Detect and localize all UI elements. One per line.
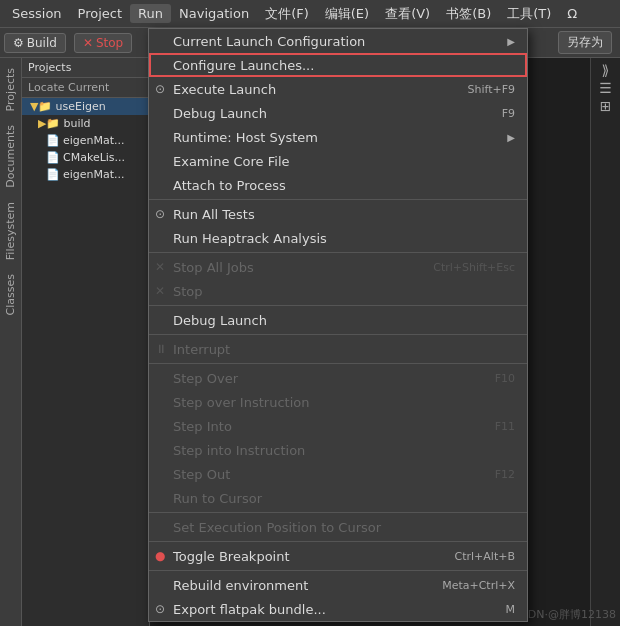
stop-all-icon: ✕ [155, 260, 165, 274]
menubar-view[interactable]: 查看(V) [377, 3, 438, 25]
build-button[interactable]: ⚙ Build [4, 33, 66, 53]
save-as-label: 另存为 [567, 34, 603, 51]
menubar-tools[interactable]: 工具(T) [499, 3, 559, 25]
step-into-shortcut: F11 [495, 420, 515, 433]
sidebar-tab-filesystem[interactable]: Filesystem [2, 196, 19, 266]
tree-item-label: eigenMat... [63, 168, 125, 181]
menu-item-label: Debug Launch [173, 313, 267, 328]
menu-item-label: Stop [173, 284, 203, 299]
file-icon: 📄 [46, 151, 60, 164]
menu-item-label: Attach to Process [173, 178, 286, 193]
menu-item-label: Step into Instruction [173, 443, 305, 458]
separator-3 [149, 305, 527, 306]
sidebar-left: Projects Documents Filesystem Classes [0, 58, 22, 626]
sidebar-tab-classes[interactable]: Classes [2, 268, 19, 321]
menu-item-step-into: Step Into F11 [149, 414, 527, 438]
tree-item-cmakelists[interactable]: 📄 CMakeLis... [22, 149, 149, 166]
step-over-shortcut: F10 [495, 372, 515, 385]
tree-item-label: useEigen [55, 100, 105, 113]
menu-item-label: Step Over [173, 371, 238, 386]
menu-item-stop: ✕ Stop [149, 279, 527, 303]
menu-item-label: Export flatpak bundle... [173, 602, 326, 617]
menu-item-examine-core[interactable]: Examine Core File [149, 149, 527, 173]
menu-item-step-out: Step Out F12 [149, 462, 527, 486]
tree-item-useeigen[interactable]: ▼📁 useEigen [22, 98, 149, 115]
stop-button[interactable]: ✕ Stop [74, 33, 132, 53]
menu-item-current-launch[interactable]: Current Launch Configuration [149, 29, 527, 53]
tree-item-build[interactable]: ▶📁 build [22, 115, 149, 132]
menu-item-run-tests[interactable]: ⊙ Run All Tests [149, 202, 527, 226]
menu-item-label: Current Launch Configuration [173, 34, 365, 49]
menubar-edit[interactable]: 编辑(E) [317, 3, 377, 25]
export-icon: ⊙ [155, 602, 165, 616]
menu-item-execute-launch[interactable]: ⊙ Execute Launch Shift+F9 [149, 77, 527, 101]
breakpoint-icon: ● [155, 549, 165, 563]
menubar-session[interactable]: Session [4, 4, 70, 23]
step-out-shortcut: F12 [495, 468, 515, 481]
menu-item-step-over: Step Over F10 [149, 366, 527, 390]
tree-item-eigenmat1[interactable]: 📄 eigenMat... [22, 132, 149, 149]
menubar-navigation[interactable]: Navigation [171, 4, 257, 23]
stop-icon: ✕ [155, 284, 165, 298]
menu-item-label: Step over Instruction [173, 395, 309, 410]
menu-item-label: Execute Launch [173, 82, 276, 97]
menu-item-label: Configure Launches... [173, 58, 314, 73]
file-icon: 📄 [46, 168, 60, 181]
toolbar-section-left: ⚙ Build ✕ Stop [4, 33, 136, 53]
menubar-omega[interactable]: Ω [559, 4, 585, 23]
build-icon: ⚙ [13, 36, 24, 50]
folder-icon: ▶📁 [38, 117, 60, 130]
panel-icon-2[interactable]: ☰ [599, 80, 612, 96]
separator-1 [149, 199, 527, 200]
separator-6 [149, 512, 527, 513]
watermark: CSDN·@胖博12138 [513, 607, 616, 622]
projects-header: Projects [22, 58, 149, 78]
menu-item-step-over-instr: Step over Instruction [149, 390, 527, 414]
menu-item-label: Examine Core File [173, 154, 290, 169]
menu-item-export-flatpak[interactable]: ⊙ Export flatpak bundle... M [149, 597, 527, 621]
menu-item-debug-launch2[interactable]: Debug Launch [149, 308, 527, 332]
panel-icon-1[interactable]: ⟫ [602, 62, 610, 78]
menu-item-rebuild-env[interactable]: Rebuild environment Meta+Ctrl+X [149, 573, 527, 597]
tree-item-eigenmat2[interactable]: 📄 eigenMat... [22, 166, 149, 183]
menu-item-label: Set Execution Position to Cursor [173, 520, 381, 535]
separator-8 [149, 570, 527, 571]
toggle-bp-shortcut: Ctrl+Alt+B [455, 550, 515, 563]
menu-item-debug-launch[interactable]: Debug Launch F9 [149, 101, 527, 125]
menubar-run[interactable]: Run [130, 4, 171, 23]
menu-item-runtime[interactable]: Runtime: Host System [149, 125, 527, 149]
save-as-button[interactable]: 另存为 [558, 31, 612, 54]
menu-item-label: Toggle Breakpoint [173, 549, 290, 564]
menu-item-label: Interrupt [173, 342, 230, 357]
menu-item-label: Step Into [173, 419, 232, 434]
file-icon: 📄 [46, 134, 60, 147]
menubar-file[interactable]: 文件(F) [257, 3, 317, 25]
sidebar-tab-projects[interactable]: Projects [2, 62, 19, 117]
locate-current-button[interactable]: Locate Current [22, 78, 149, 98]
execute-icon: ⊙ [155, 82, 165, 96]
build-label: Build [27, 36, 57, 50]
menu-item-configure-launches[interactable]: Configure Launches... [149, 53, 527, 77]
menu-item-toggle-breakpoint[interactable]: ● Toggle Breakpoint Ctrl+Alt+B [149, 544, 527, 568]
menu-item-attach-process[interactable]: Attach to Process [149, 173, 527, 197]
menubar-bookmark[interactable]: 书签(B) [438, 3, 499, 25]
menu-item-stop-all: ✕ Stop All Jobs Ctrl+Shift+Esc [149, 255, 527, 279]
sidebar-tab-documents[interactable]: Documents [2, 119, 19, 194]
execute-shortcut: Shift+F9 [467, 83, 515, 96]
panel-icon-3[interactable]: ⊞ [600, 98, 612, 114]
menu-item-label: Step Out [173, 467, 230, 482]
rebuild-shortcut: Meta+Ctrl+X [442, 579, 515, 592]
menubar: Session Project Run Navigation 文件(F) 编辑(… [0, 0, 620, 28]
interrupt-icon: ⏸ [155, 342, 167, 356]
stop-icon: ✕ [83, 36, 93, 50]
debug-shortcut: F9 [502, 107, 515, 120]
tree-item-label: build [63, 117, 90, 130]
tree-item-label: CMakeLis... [63, 151, 125, 164]
menubar-project[interactable]: Project [70, 4, 130, 23]
menu-item-heaptrack[interactable]: Run Heaptrack Analysis [149, 226, 527, 250]
menu-item-step-into-instr: Step into Instruction [149, 438, 527, 462]
tree-item-label: eigenMat... [63, 134, 125, 147]
right-panel: ⟫ ☰ ⊞ [590, 58, 620, 626]
menu-item-label: Stop All Jobs [173, 260, 254, 275]
projects-panel: Projects Locate Current ▼📁 useEigen ▶📁 b… [22, 58, 150, 626]
